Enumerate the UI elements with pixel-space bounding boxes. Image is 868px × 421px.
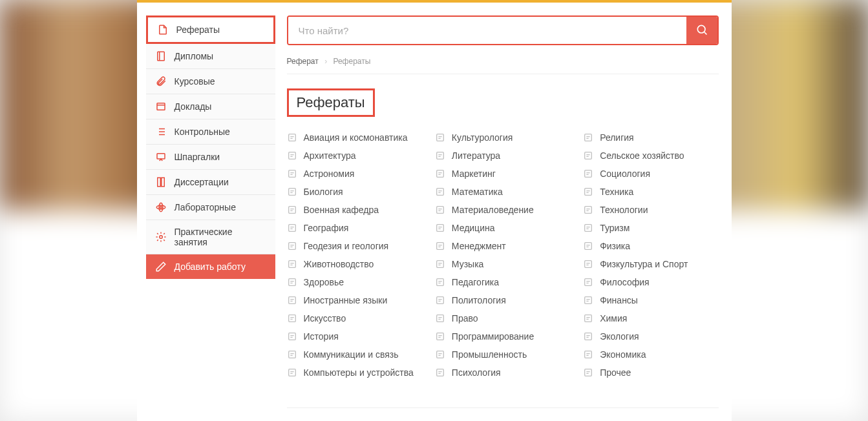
category-label: Технологии	[600, 205, 648, 215]
category-link[interactable]: Авиация и космонавтика	[287, 128, 422, 147]
sidebar-item-label: Рефераты	[176, 25, 220, 35]
svg-rect-24	[436, 134, 443, 141]
svg-rect-37	[436, 369, 443, 376]
category-link[interactable]: Социология	[583, 165, 718, 183]
sidebar-item-kursovye[interactable]: Курсовые	[146, 69, 275, 94]
sidebar-item-shpargalki[interactable]: Шпаргалки	[146, 145, 275, 170]
category-link[interactable]: Философия	[583, 273, 718, 291]
search-button[interactable]	[686, 17, 717, 44]
svg-rect-41	[585, 189, 592, 196]
category-link[interactable]: Искусство	[287, 309, 422, 327]
sidebar-item-label: Шпаргалки	[175, 152, 220, 162]
category-link[interactable]: Физика	[583, 237, 718, 255]
category-label: Экономика	[600, 349, 646, 360]
category-label: Техника	[600, 187, 633, 197]
category-link[interactable]: Религия	[583, 128, 718, 147]
category-link[interactable]: Технологии	[583, 201, 718, 219]
category-icon	[583, 169, 593, 179]
category-icon	[435, 295, 445, 305]
category-label: Социология	[600, 169, 650, 179]
category-link[interactable]: Химия	[583, 309, 718, 327]
category-icon	[583, 187, 593, 197]
category-link[interactable]: Животноводство	[287, 255, 422, 273]
category-label: Физкультура и Спорт	[600, 259, 688, 269]
category-link[interactable]: Материаловедение	[435, 201, 570, 219]
category-label: Литература	[452, 150, 500, 161]
category-link[interactable]: Компьютеры и устройства	[287, 364, 422, 382]
sidebar-item-dissertacii[interactable]: Диссертации	[146, 170, 275, 195]
category-label: Туризм	[600, 223, 630, 233]
category-label: Право	[452, 313, 478, 323]
category-link[interactable]: Промышленность	[435, 345, 570, 364]
sidebar-item-label: Лабораторные	[175, 202, 236, 212]
category-link[interactable]: Иностранные языки	[287, 291, 422, 309]
sidebar-item-referaty[interactable]: Рефераты	[146, 15, 275, 44]
category-label: Менеджмент	[452, 241, 506, 251]
category-icon	[287, 331, 297, 342]
category-link[interactable]: Литература	[435, 147, 570, 165]
category-label: Педагогика	[452, 277, 499, 287]
category-link[interactable]: Музыка	[435, 255, 570, 273]
category-link[interactable]: Прочее	[583, 364, 718, 382]
category-label: Медицина	[452, 223, 495, 233]
category-link[interactable]: География	[287, 219, 422, 237]
category-link[interactable]: Туризм	[583, 219, 718, 237]
category-link[interactable]: Медицина	[435, 219, 570, 237]
category-link[interactable]: Геодезия и геология	[287, 237, 422, 255]
category-link[interactable]: Политология	[435, 291, 570, 309]
category-link[interactable]: Техника	[583, 183, 718, 201]
category-link[interactable]: Математика	[435, 183, 570, 201]
breadcrumb-root[interactable]: Реферат	[287, 57, 319, 66]
atom-icon	[155, 201, 167, 213]
svg-rect-36	[436, 351, 443, 358]
category-icon	[583, 150, 593, 161]
category-icon	[583, 241, 593, 251]
category-link[interactable]: История	[287, 327, 422, 345]
sidebar-item-diplomy[interactable]: Дипломы	[146, 44, 275, 69]
category-label: Промышленность	[452, 349, 527, 360]
svg-rect-43	[585, 225, 592, 232]
sidebar-item-prakticheskie[interactable]: Практические занятия	[146, 220, 275, 254]
category-link[interactable]: Военная кафедра	[287, 201, 422, 219]
category-link[interactable]: Маркетинг	[435, 165, 570, 183]
add-work-button[interactable]: Добавить работу	[146, 254, 275, 279]
category-icon	[435, 367, 445, 378]
category-link[interactable]: Здоровье	[287, 273, 422, 291]
category-link[interactable]: Финансы	[583, 291, 718, 309]
category-icon	[583, 295, 593, 305]
svg-rect-38	[585, 134, 592, 141]
category-link[interactable]: Менеджмент	[435, 237, 570, 255]
category-icon	[435, 349, 445, 360]
sidebar-item-label: Курсовые	[175, 76, 215, 87]
category-icon	[435, 331, 445, 342]
category-label: Религия	[600, 132, 634, 143]
category-link[interactable]: Экономика	[583, 345, 718, 364]
sidebar-item-doklady[interactable]: Доклады	[146, 94, 275, 119]
svg-rect-19	[288, 297, 295, 304]
category-link[interactable]: Архитектура	[287, 147, 422, 165]
category-link[interactable]: Культурология	[435, 128, 570, 147]
category-label: Экология	[600, 331, 639, 342]
sidebar-item-kontrolnye[interactable]: Контрольные	[146, 119, 275, 145]
category-link[interactable]: Сельское хозяйство	[583, 147, 718, 165]
search-input[interactable]	[288, 17, 686, 44]
category-link[interactable]: Биология	[287, 183, 422, 201]
svg-rect-35	[436, 333, 443, 340]
category-icon	[435, 313, 445, 323]
category-icon	[583, 205, 593, 215]
category-label: Философия	[600, 277, 649, 287]
sidebar-item-laboratornye[interactable]: Лабораторные	[146, 195, 275, 220]
category-link[interactable]: Коммуникации и связь	[287, 345, 422, 364]
category-link[interactable]: Астрономия	[287, 165, 422, 183]
category-link[interactable]: Экология	[583, 327, 718, 345]
svg-rect-20	[288, 315, 295, 322]
search-bar	[287, 15, 719, 45]
category-link[interactable]: Право	[435, 309, 570, 327]
category-label: Прочее	[600, 367, 631, 378]
category-link[interactable]: Психология	[435, 364, 570, 382]
svg-rect-23	[288, 369, 295, 376]
category-link[interactable]: Педагогика	[435, 273, 570, 291]
category-link[interactable]: Физкультура и Спорт	[583, 255, 718, 273]
category-label: Авиация и космонавтика	[304, 132, 408, 143]
category-link[interactable]: Программирование	[435, 327, 570, 345]
